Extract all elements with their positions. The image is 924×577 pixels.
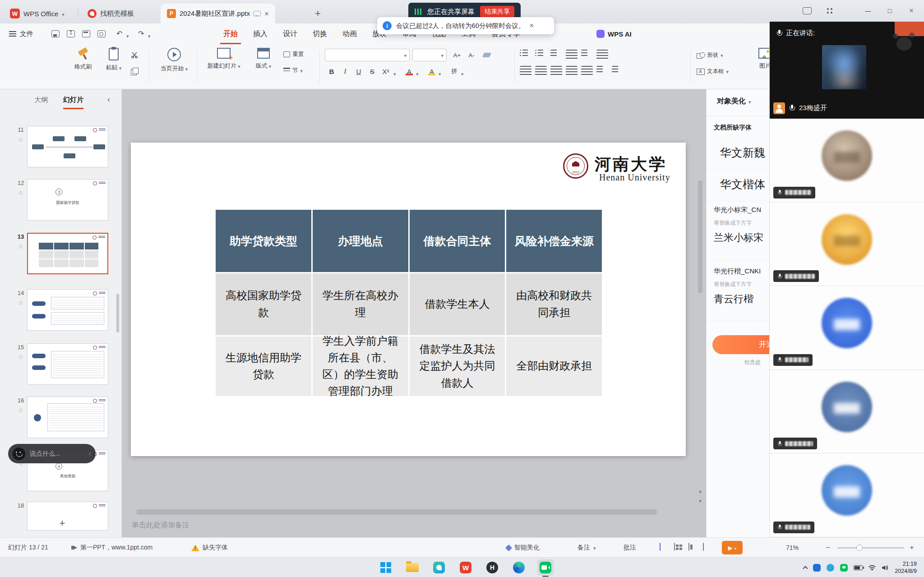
shapes-button[interactable]: 形状 xyxy=(697,51,723,59)
chat-collapse-icon[interactable] xyxy=(88,449,91,458)
device-icon[interactable] xyxy=(803,7,812,14)
bold-button[interactable]: B xyxy=(326,66,337,77)
active-speaker-video[interactable] xyxy=(822,45,866,89)
tab-insert[interactable]: 插入 xyxy=(245,23,275,44)
tab-slides[interactable]: 幻灯片 xyxy=(63,96,83,109)
font-color-button[interactable]: A xyxy=(403,66,415,77)
zoom-level[interactable]: 71% xyxy=(786,538,799,558)
slide-star-icon[interactable] xyxy=(16,242,25,250)
file-menu-button[interactable]: 文件 xyxy=(9,23,33,44)
tab-home[interactable]: 开始 xyxy=(216,23,245,44)
tray-app-icon-blue[interactable] xyxy=(813,564,821,572)
save-button[interactable] xyxy=(51,30,60,37)
export-button[interactable] xyxy=(67,30,75,37)
slide-star-icon[interactable] xyxy=(16,189,25,197)
notification-close-icon[interactable] xyxy=(529,22,534,30)
apps-grid-icon[interactable] xyxy=(826,7,833,14)
close-tab-icon[interactable] xyxy=(264,10,269,18)
tab-animation[interactable]: 动画 xyxy=(335,23,365,44)
align-center-button[interactable] xyxy=(535,66,547,77)
increase-indent-button[interactable] xyxy=(566,50,578,60)
slide-star-icon[interactable] xyxy=(16,353,25,361)
bullet-list-button[interactable] xyxy=(520,50,531,60)
previous-slide-button[interactable] xyxy=(696,486,705,494)
loan-comparison-table[interactable]: 助学贷款类型 办理地点 借款合同主体 风险补偿金来源 高校国家助学贷款 学生所在… xyxy=(216,210,602,396)
slide-sorter-view-button[interactable] xyxy=(674,543,675,551)
slide-star-icon[interactable] xyxy=(16,406,25,414)
window-maximize-button[interactable] xyxy=(879,0,901,22)
highlight-color-button[interactable]: A xyxy=(426,66,438,77)
slide-thumbnail-12[interactable]: 3 国家助学贷款 xyxy=(27,179,108,221)
pinyin-dropdown-icon[interactable] xyxy=(461,69,464,78)
normal-view-button[interactable] xyxy=(660,543,661,551)
columns-button[interactable] xyxy=(596,66,608,77)
object-beautify-dropdown[interactable]: 对象美化 xyxy=(717,97,751,106)
paragraph-settings-button[interactable] xyxy=(596,50,608,60)
underline-button[interactable]: U xyxy=(353,66,365,77)
chat-input-placeholder[interactable]: 说点什么... xyxy=(30,450,84,458)
smart-beautify-button[interactable]: 智能美化 xyxy=(506,538,540,558)
font-size-select[interactable] xyxy=(412,49,447,61)
tray-chat-icon[interactable] xyxy=(840,564,848,572)
meeting-app-button[interactable] xyxy=(537,559,554,576)
file-explorer-button[interactable] xyxy=(404,559,420,576)
horizontal-scrollbar-thumb[interactable] xyxy=(136,509,657,515)
print-button[interactable] xyxy=(82,30,90,37)
zoom-out-button[interactable] xyxy=(824,544,832,552)
tab-outline[interactable]: 大纲 xyxy=(34,96,48,108)
slide-thumbnail-16[interactable] xyxy=(27,397,108,438)
tab-design[interactable]: 设计 xyxy=(275,23,305,44)
textbox-button[interactable]: 文本框 xyxy=(697,68,729,75)
panel-scrollbar[interactable] xyxy=(116,294,119,332)
increase-font-button[interactable]: A+ xyxy=(451,50,463,60)
line-spacing-button[interactable] xyxy=(612,66,624,77)
clear-format-button[interactable] xyxy=(481,50,493,60)
new-slide-button[interactable]: 新建幻灯片 xyxy=(203,48,245,70)
strikethrough-button[interactable]: S xyxy=(366,66,378,77)
wps-office-button[interactable] xyxy=(457,559,474,576)
document-tab[interactable]: 2024暑期社区宣讲.pptx xyxy=(161,4,275,23)
italic-button[interactable]: I xyxy=(339,66,351,77)
slide-thumbnail-11[interactable] xyxy=(27,126,108,167)
slide-star-icon[interactable] xyxy=(16,135,25,143)
slide-thumbnail-13-selected[interactable] xyxy=(27,233,108,274)
teal-app-button[interactable] xyxy=(431,559,447,576)
slide-thumbnail-15[interactable] xyxy=(27,343,108,385)
h-app-button[interactable] xyxy=(484,559,500,576)
slide-thumbnail-14[interactable] xyxy=(27,289,108,331)
missing-font-warning[interactable]: 缺失字体 xyxy=(191,538,228,558)
print-preview-button[interactable] xyxy=(97,30,106,37)
cut-button[interactable] xyxy=(131,51,138,59)
docer-template-tab[interactable]: 找稻壳模板 xyxy=(81,4,140,23)
collapse-panel-icon[interactable] xyxy=(107,95,110,104)
text-direction-button[interactable] xyxy=(581,50,593,60)
tab-transition[interactable]: 切换 xyxy=(305,23,335,44)
justify-button[interactable] xyxy=(566,66,578,77)
battery-icon[interactable] xyxy=(854,565,863,570)
redo-button[interactable] xyxy=(138,29,144,38)
start-button[interactable] xyxy=(378,559,394,576)
wps-ai-button[interactable]: WPS AI xyxy=(596,23,632,44)
align-right-button[interactable] xyxy=(550,66,562,77)
participant-tile[interactable] xyxy=(770,203,924,286)
vertical-scrollbar[interactable] xyxy=(698,144,702,457)
comment-bubble-icon[interactable] xyxy=(254,11,261,16)
reading-view-button[interactable] xyxy=(688,543,689,551)
participant-tile[interactable] xyxy=(770,119,924,203)
participant-tile[interactable] xyxy=(770,370,924,454)
slideshow-play-button[interactable] xyxy=(722,541,743,554)
wps-home-tab[interactable]: WPS Office xyxy=(4,4,71,23)
window-minimize-button[interactable] xyxy=(857,0,879,22)
distribute-button[interactable] xyxy=(581,66,593,77)
volume-icon[interactable] xyxy=(882,565,889,571)
section-button[interactable]: 节 xyxy=(283,67,303,74)
decrease-font-button[interactable]: A- xyxy=(466,50,477,60)
slide-star-icon[interactable] xyxy=(16,299,25,307)
tray-app-icon-teal[interactable] xyxy=(827,564,834,572)
next-slide-button[interactable] xyxy=(696,496,705,504)
superscript-dropdown-icon[interactable] xyxy=(393,69,396,78)
zoom-slider-knob[interactable] xyxy=(856,545,863,551)
zoom-in-button[interactable] xyxy=(908,544,916,552)
format-painter-button[interactable]: 格式刷 xyxy=(69,48,97,71)
undo-dropdown-icon[interactable] xyxy=(126,32,129,40)
